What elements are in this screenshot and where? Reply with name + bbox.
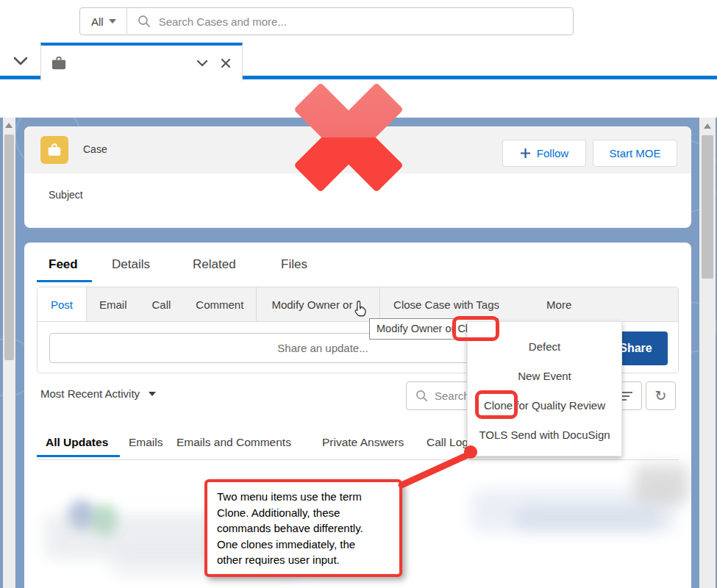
global-search-input[interactable]	[151, 15, 573, 28]
blurred-feed-element	[634, 465, 689, 505]
callout-line: Two menu items use the term	[217, 489, 399, 505]
feed-filter-emails[interactable]: Emails	[129, 436, 163, 449]
menu-item-tols-docusign[interactable]: TOLS Send with DocuSign	[468, 420, 621, 450]
right-scrollbar-track[interactable]	[699, 118, 716, 588]
case-header-band: Case Follow Start MOE	[24, 126, 691, 173]
menu-item-defect[interactable]: Defect	[468, 332, 621, 362]
annotation-callout: Two menu items use the term Clone. Addit…	[204, 479, 402, 577]
feed-filter-all-updates[interactable]: All Updates	[46, 436, 108, 449]
subject-field-label: Subject	[49, 189, 83, 201]
callout-line: other requires user input.	[217, 552, 399, 568]
callout-line: commands behave differently.	[217, 520, 399, 537]
publisher-tab-call[interactable]: Call	[140, 287, 184, 321]
briefcase-icon	[46, 143, 63, 157]
publisher-tab-modify-owner-or-clone[interactable]: Modify Owner or ...	[256, 287, 380, 321]
plus-icon	[520, 148, 531, 159]
search-scope-dropdown[interactable]: All	[80, 8, 126, 35]
right-scrollbar-thumb[interactable]	[702, 135, 713, 279]
feed-sort-label: Most Recent Activity	[40, 387, 140, 400]
publisher-tab-more[interactable]: More	[535, 287, 583, 321]
callout-line: Clone. Additionally, these	[217, 505, 399, 521]
feed-sort-selector[interactable]: Most Recent Activity	[40, 387, 156, 400]
start-moe-label: Start MOE	[609, 147, 660, 159]
global-header: All	[0, 0, 717, 43]
close-icon	[221, 58, 231, 68]
global-search-box: All	[79, 7, 574, 35]
publisher-tab-row: Post Email Call Comment Modify Owner or …	[38, 287, 678, 322]
publisher-tab-post[interactable]: Post	[38, 287, 87, 321]
tab-close-button[interactable]	[214, 51, 238, 75]
feed-divider-line	[37, 459, 679, 460]
menu-item-clone-quality-review[interactable]: Clone for Quality Review	[468, 391, 621, 420]
tab-files[interactable]: Files	[281, 257, 307, 272]
left-scrollbar-thumb[interactable]	[4, 135, 14, 360]
briefcase-icon	[51, 56, 67, 71]
header-gap	[0, 79, 717, 118]
menu-item-new-event[interactable]: New Event	[468, 362, 621, 391]
workspace-nav-dropdown[interactable]	[0, 46, 40, 76]
scroll-up-arrow-icon[interactable]	[5, 123, 13, 128]
refresh-icon: ↻	[655, 389, 667, 403]
blurred-feed-text	[515, 507, 662, 529]
feed-filter-emails-comments[interactable]: Emails and Comments	[176, 436, 291, 449]
feed-filter-private-answers[interactable]: Private Answers	[322, 436, 404, 449]
search-icon	[415, 390, 428, 402]
search-icon	[138, 15, 151, 28]
case-entity-icon	[40, 136, 68, 164]
active-tab-underline	[37, 280, 92, 282]
caret-down-icon	[109, 19, 116, 24]
sort-lines-icon	[621, 390, 634, 402]
publisher-tab-email[interactable]: Email	[87, 287, 140, 321]
callout-line: One clones immediately, the	[217, 537, 399, 553]
follow-button[interactable]: Follow	[502, 140, 586, 167]
screenshot-root: All	[0, 0, 717, 588]
workspace-tab-case[interactable]	[40, 43, 243, 81]
search-divider	[126, 7, 127, 35]
tab-feed[interactable]: Feed	[49, 257, 78, 272]
search-scope-label: All	[91, 15, 104, 28]
tab-actions-dropdown[interactable]	[190, 51, 214, 75]
caret-down-icon	[149, 392, 156, 396]
left-scrollbar-track[interactable]	[3, 118, 15, 588]
tab-details[interactable]: Details	[112, 257, 150, 272]
case-header-card: Case Follow Start MOE Subject	[24, 126, 691, 228]
feed-refresh-button[interactable]: ↻	[646, 381, 676, 410]
clone-actions-menu: Defect New Event Clone for Quality Revie…	[467, 321, 622, 456]
chevron-down-icon	[196, 60, 208, 67]
tab-related[interactable]: Related	[193, 257, 236, 272]
start-moe-button[interactable]: Start MOE	[593, 140, 677, 167]
active-filter-underline	[37, 455, 120, 457]
publisher-tab-modify-owner[interactable]: Comment	[183, 287, 256, 321]
entity-type-label: Case	[83, 143, 107, 155]
follow-button-label: Follow	[537, 147, 568, 159]
scroll-up-arrow-icon[interactable]	[704, 123, 711, 129]
chevron-down-icon	[13, 57, 28, 65]
publisher-tab-close-case[interactable]: Close Case with Tags	[380, 287, 513, 321]
